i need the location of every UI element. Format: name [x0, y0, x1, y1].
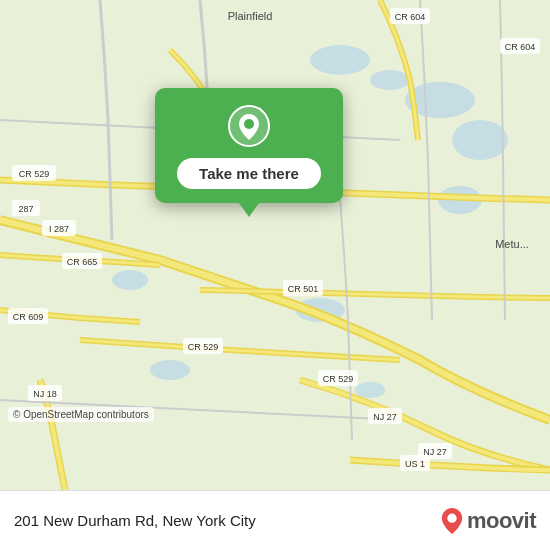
svg-text:CR 501: CR 501 [288, 284, 319, 294]
svg-text:CR 529: CR 529 [323, 374, 354, 384]
svg-text:CR 529: CR 529 [188, 342, 219, 352]
svg-point-2 [370, 70, 410, 90]
svg-text:Metu...: Metu... [495, 238, 529, 250]
address-text: 201 New Durham Rd, New York City [14, 512, 441, 529]
svg-text:287: 287 [18, 204, 33, 214]
svg-text:US 1: US 1 [405, 459, 425, 469]
popup-card: Take me there [155, 88, 343, 203]
svg-text:CR 665: CR 665 [67, 257, 98, 267]
svg-point-43 [244, 119, 254, 129]
svg-point-8 [150, 360, 190, 380]
svg-text:CR 609: CR 609 [13, 312, 44, 322]
svg-text:NJ 18: NJ 18 [33, 389, 57, 399]
svg-text:NJ 27: NJ 27 [373, 412, 397, 422]
take-me-there-button[interactable]: Take me there [177, 158, 321, 189]
location-pin-icon [227, 104, 271, 148]
svg-point-1 [310, 45, 370, 75]
map-container[interactable]: CR 529 I 287 287 CR 603 CR 604 CR 604 CR… [0, 0, 550, 490]
bottom-bar: 201 New Durham Rd, New York City moovit [0, 490, 550, 550]
moovit-label: moovit [467, 508, 536, 534]
svg-text:CR 604: CR 604 [505, 42, 536, 52]
svg-point-9 [355, 382, 385, 398]
svg-text:CR 604: CR 604 [395, 12, 426, 22]
svg-point-44 [447, 513, 456, 522]
copyright-text: © OpenStreetMap contributors [8, 407, 154, 422]
svg-point-4 [452, 120, 508, 160]
moovit-logo: moovit [441, 508, 536, 534]
svg-text:CR 529: CR 529 [19, 169, 50, 179]
svg-text:Plainfield: Plainfield [228, 10, 273, 22]
svg-point-6 [112, 270, 148, 290]
moovit-pin-icon [441, 508, 463, 534]
svg-text:I 287: I 287 [49, 224, 69, 234]
